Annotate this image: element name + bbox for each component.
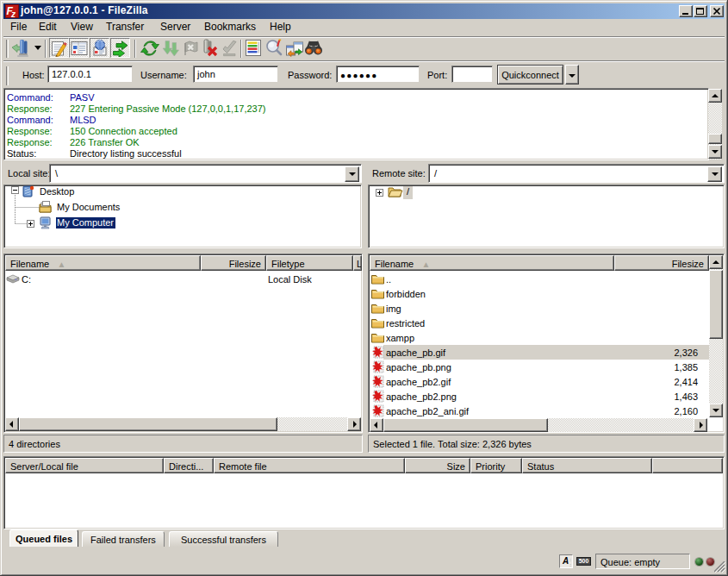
- svg-text:z: z: [10, 9, 16, 18]
